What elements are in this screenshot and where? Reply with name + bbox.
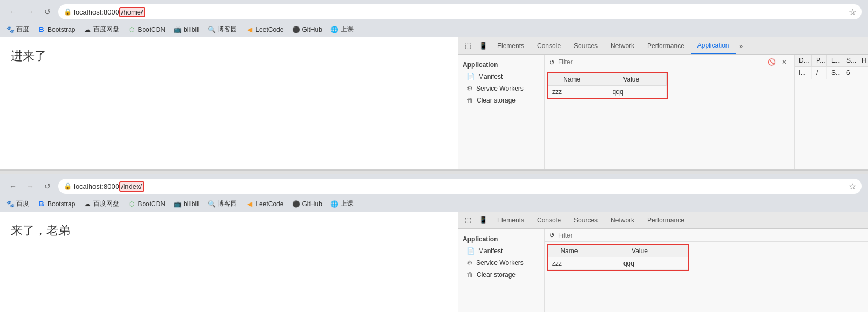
bookmark-bokeyuan-1[interactable]: 🔍 博客园 <box>208 25 237 34</box>
bookmark-github-label-2: GitHub <box>302 200 322 208</box>
bookmark-baidupan-2[interactable]: ☁ 百度网盘 <box>84 199 119 208</box>
devtools-body-2: Application 📄 Manifest ⚙ Service Workers… <box>458 229 868 312</box>
tab-performance-2[interactable]: Performance <box>641 212 691 228</box>
back-button-2[interactable]: ← <box>6 180 19 193</box>
bookmark-bootstrap-1[interactable]: B Bootstrap <box>38 26 75 33</box>
sidebar-clear-storage-label-2: Clear storage <box>477 271 516 279</box>
cell-p-1: / <box>812 67 827 79</box>
bookmark-leetcode-2[interactable]: ◀ LeetCode <box>246 200 283 208</box>
table-highlight-border-2: Name Value zzz qqq <box>547 244 689 271</box>
tab-elements-2[interactable]: Elements <box>491 212 531 228</box>
filter-input-1[interactable] <box>558 58 763 66</box>
col-h-header-1: H <box>857 55 868 66</box>
sidebar-item-clear-storage-1[interactable]: 🗑 Clear storage <box>458 94 544 106</box>
page-content-2: 来了，老弟 <box>0 212 458 312</box>
tab-network-1[interactable]: Network <box>604 37 641 54</box>
col-s-header-1: S... <box>842 55 857 66</box>
bootstrap-icon-2: B <box>38 200 45 208</box>
bookmark-baidu-1[interactable]: 🐾 百度 <box>6 25 29 34</box>
bookmark-bokeyuan-2[interactable]: 🔍 博客园 <box>208 199 237 208</box>
cell-e-1: S... <box>827 67 842 79</box>
star-icon-1[interactable]: ☆ <box>849 7 856 17</box>
bookmark-leetcode-label-2: LeetCode <box>255 200 283 208</box>
sidebar-item-service-workers-2[interactable]: ⚙ Service Workers <box>458 257 544 269</box>
bootstrap-icon-1: B <box>38 26 45 33</box>
address-bar-row-2: ← → ↺ 🔒 localhost:8000/index/ ☆ <box>6 179 862 194</box>
inspect-icon-1[interactable]: ⬚ <box>460 38 476 53</box>
extra-cols-header-1: D... P... E... S... H <box>795 55 868 67</box>
bookmark-baidu-2[interactable]: 🐾 百度 <box>6 199 29 208</box>
bookmark-bootcdn-2[interactable]: ⬡ BootCDN <box>128 200 165 208</box>
baidu-icon-2: 🐾 <box>6 200 14 208</box>
filter-refresh-icon-1[interactable]: ↺ <box>549 58 555 66</box>
tab-console-2[interactable]: Console <box>531 212 567 228</box>
devtools-tabs-2: ⬚ 📱 Elements Console Sources Network Per… <box>458 212 868 229</box>
bookmark-github-2[interactable]: ⚫ GitHub <box>292 200 322 208</box>
bookmark-bilibili-label-1: bilibili <box>184 26 199 33</box>
bookmark-shanke-label-1: 上课 <box>341 25 354 34</box>
sidebar-item-service-workers-1[interactable]: ⚙ Service Workers <box>458 83 544 94</box>
cell-d-1: l... <box>795 67 812 79</box>
page-content-1: 进来了 <box>0 37 458 169</box>
address-bar-container-1[interactable]: 🔒 localhost:8000/home/ ☆ <box>58 4 862 19</box>
manifest-icon-1: 📄 <box>467 73 475 80</box>
service-workers-icon-1: ⚙ <box>467 85 473 92</box>
filter-close-icon-1[interactable]: ✕ <box>779 57 790 67</box>
service-workers-icon-2: ⚙ <box>467 259 473 267</box>
bookmark-baidu-label-1: 百度 <box>16 25 29 34</box>
address-text-1: localhost:8000/home/ <box>74 8 145 16</box>
table-container-2: Name Value zzz qqq <box>545 242 868 275</box>
sidebar-item-clear-storage-2[interactable]: 🗑 Clear storage <box>458 269 544 281</box>
sidebar-manifest-label-1: Manifest <box>478 73 503 80</box>
bookmark-baidupan-1[interactable]: ☁ 百度网盘 <box>84 25 119 34</box>
bookmark-bilibili-2[interactable]: 📺 bilibili <box>174 200 199 208</box>
manifest-icon-2: 📄 <box>467 247 475 255</box>
device-icon-2[interactable]: 📱 <box>476 213 491 228</box>
devtools-body-1: Application 📄 Manifest ⚙ Service Workers… <box>458 55 868 169</box>
bookmark-bilibili-1[interactable]: 📺 bilibili <box>174 26 199 33</box>
bookmark-bootstrap-2[interactable]: B Bootstrap <box>38 200 75 208</box>
device-icon-1[interactable]: 📱 <box>476 38 491 53</box>
lock-icon-1: 🔒 <box>64 8 72 16</box>
cell-h-1 <box>857 67 868 79</box>
bookmark-bootcdn-label-2: BootCDN <box>138 200 165 208</box>
tab-sources-2[interactable]: Sources <box>567 212 604 228</box>
bookmark-github-label-1: GitHub <box>302 26 322 33</box>
filter-block-icon-1[interactable]: 🚫 <box>766 57 777 67</box>
sidebar-service-workers-label-2: Service Workers <box>476 259 524 267</box>
bookmark-shanke-1[interactable]: 🌐 上课 <box>331 25 354 34</box>
tab-console-1[interactable]: Console <box>531 37 567 54</box>
bookmark-leetcode-1[interactable]: ◀ LeetCode <box>246 26 283 33</box>
inspect-icon-2[interactable]: ⬚ <box>460 213 476 228</box>
baidupan-icon-1: ☁ <box>84 26 91 33</box>
bookmark-github-1[interactable]: ⚫ GitHub <box>292 26 322 33</box>
filter-refresh-icon-2[interactable]: ↺ <box>549 231 555 239</box>
table-row-2: zzz qqq <box>548 257 688 270</box>
more-tabs-icon-1[interactable]: » <box>736 42 747 50</box>
refresh-button-2[interactable]: ↺ <box>41 180 54 193</box>
devtools-panel-2: ⬚ 📱 Elements Console Sources Network Per… <box>458 212 868 312</box>
address-bar-container-2[interactable]: 🔒 localhost:8000/index/ ☆ <box>58 179 862 194</box>
tab-network-2[interactable]: Network <box>604 212 641 228</box>
sidebar-item-manifest-2[interactable]: 📄 Manifest <box>458 245 544 257</box>
bookmark-bilibili-label-2: bilibili <box>184 200 199 208</box>
back-button-1[interactable]: ← <box>6 5 19 18</box>
tab-performance-1[interactable]: Performance <box>641 37 691 54</box>
extra-cols-1 <box>668 93 672 101</box>
tab-elements-1[interactable]: Elements <box>491 37 531 54</box>
bookmark-bootcdn-1[interactable]: ⬡ BootCDN <box>128 26 165 33</box>
leetcode-icon-2: ◀ <box>246 200 253 208</box>
refresh-button-1[interactable]: ↺ <box>41 5 54 18</box>
address-path-highlight-2: /index/ <box>119 181 144 192</box>
sidebar-title-1: Application <box>458 59 544 71</box>
cell-name-1: zzz <box>548 86 608 98</box>
forward-button-1[interactable]: → <box>24 5 37 18</box>
forward-button-2[interactable]: → <box>24 180 37 193</box>
bookmark-shanke-2[interactable]: 🌐 上课 <box>331 199 354 208</box>
filter-icons-1: 🚫 ✕ <box>766 57 790 67</box>
sidebar-item-manifest-1[interactable]: 📄 Manifest <box>458 71 544 83</box>
tab-sources-1[interactable]: Sources <box>567 37 604 54</box>
tab-application-1[interactable]: Application <box>691 37 736 54</box>
filter-input-2[interactable] <box>558 232 864 239</box>
star-icon-2[interactable]: ☆ <box>849 181 856 192</box>
